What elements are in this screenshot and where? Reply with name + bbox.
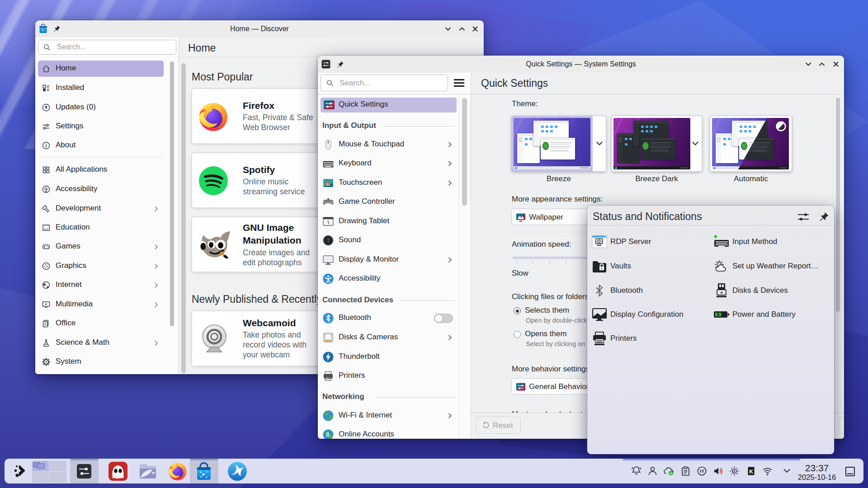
svg-text:K: K [749,469,753,475]
